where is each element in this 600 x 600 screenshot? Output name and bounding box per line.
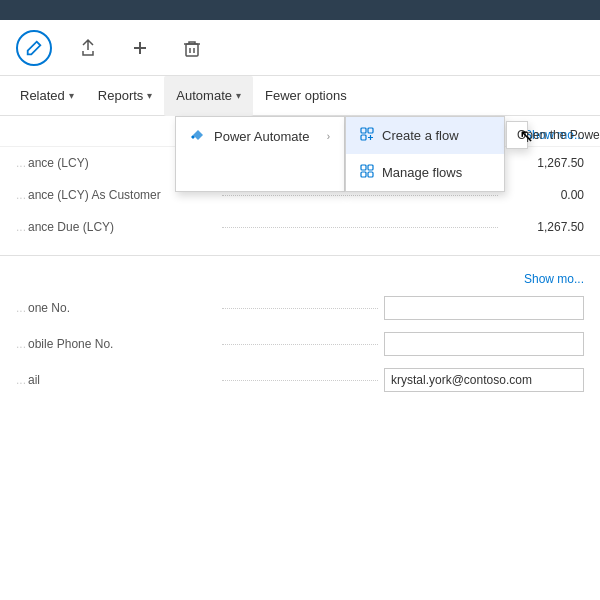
svg-rect-5 (368, 165, 373, 170)
tab-automate[interactable]: Automate ▾ (164, 76, 253, 116)
table-row: ... obile Phone No. (0, 326, 600, 362)
power-automate-item[interactable]: Power Automate › (176, 117, 344, 156)
field-value: 1,267.50 (504, 156, 584, 170)
field-value: 1,267.50 (504, 220, 584, 234)
mobile-input[interactable] (384, 332, 584, 356)
manage-flows-item[interactable]: Manage flows (346, 154, 504, 191)
top-bar (0, 0, 600, 20)
tab-related[interactable]: Related ▾ (8, 76, 86, 116)
submenu-container: Power Automate › Create a flow (175, 116, 505, 192)
phone-label: ... one No. (16, 301, 216, 315)
related-chevron-icon: ▾ (69, 90, 74, 101)
svg-rect-7 (368, 172, 373, 177)
show-more-2[interactable]: Show mo... (0, 268, 600, 290)
submenu-level2: Create a flow Manage flows Open the Powe… (345, 116, 505, 192)
submenu-level1: Power Automate › (175, 116, 345, 192)
tab-reports[interactable]: Reports ▾ (86, 76, 165, 116)
submenu-arrow-icon: › (327, 131, 330, 142)
field-value: 0.00 (504, 188, 584, 202)
svg-rect-3 (361, 135, 366, 140)
power-automate-icon (190, 127, 206, 146)
tooltip-box: Open the Power Automate › (506, 121, 528, 149)
email-label: ... ail (16, 373, 216, 387)
svg-rect-6 (361, 172, 366, 177)
phone-input[interactable] (384, 296, 584, 320)
table-row: ... one No. (0, 290, 600, 326)
fewer-options-button[interactable]: Fewer options (253, 80, 359, 111)
delete-button[interactable] (176, 32, 208, 64)
share-button[interactable] (72, 32, 104, 64)
svg-rect-0 (186, 44, 198, 56)
create-flow-icon (360, 127, 374, 144)
add-button[interactable] (124, 32, 156, 64)
svg-rect-2 (368, 128, 373, 133)
svg-rect-1 (361, 128, 366, 133)
reports-chevron-icon: ▾ (147, 90, 152, 101)
edit-button[interactable] (16, 30, 52, 66)
create-flow-item[interactable]: Create a flow (346, 117, 504, 154)
toolbar (0, 20, 600, 76)
table-row: ... ance Due (LCY) 1,267.50 (0, 211, 600, 243)
manage-flows-icon (360, 164, 374, 181)
data-section-2: Show mo... ... one No. ... obile Phone N… (0, 260, 600, 406)
svg-rect-4 (361, 165, 366, 170)
mobile-label: ... obile Phone No. (16, 337, 216, 351)
section-divider (0, 255, 600, 256)
field-label: ... ance Due (LCY) (16, 220, 216, 234)
email-input[interactable] (384, 368, 584, 392)
table-row: ... ail (0, 362, 600, 398)
automate-chevron-icon: ▾ (236, 90, 241, 101)
nav-tabs: Related ▾ Reports ▾ Automate ▾ Fewer opt… (0, 76, 600, 116)
